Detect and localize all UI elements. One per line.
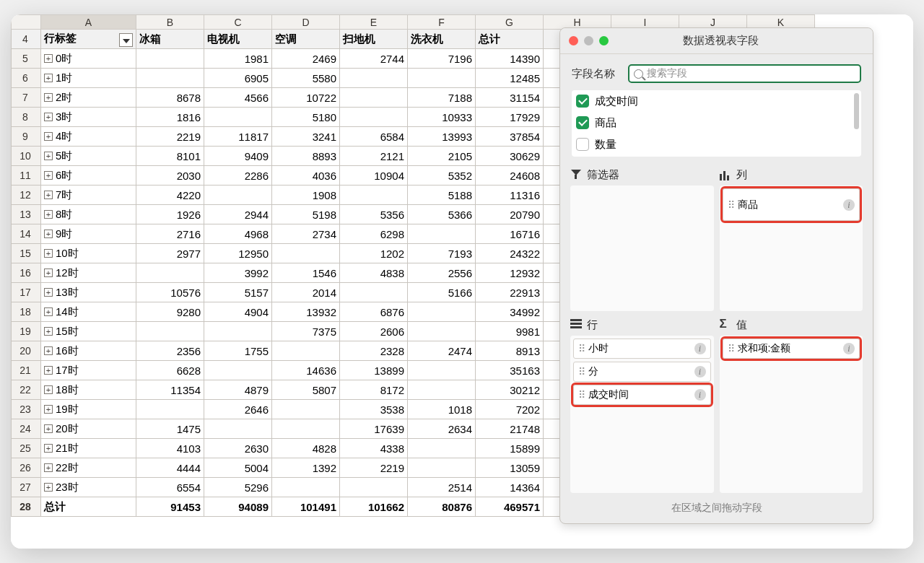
cell[interactable]: 5366: [408, 205, 476, 224]
row-number[interactable]: 12: [12, 186, 41, 205]
cell[interactable]: 2105: [408, 147, 476, 166]
row-number[interactable]: 6: [12, 69, 41, 88]
cell[interactable]: 2744: [340, 49, 408, 69]
value-field-chip[interactable]: ⠿求和项:金额i: [723, 339, 860, 359]
cell[interactable]: 8172: [340, 380, 408, 400]
column-label[interactable]: 冰箱: [136, 30, 204, 49]
info-icon[interactable]: i: [694, 343, 706, 354]
row-number[interactable]: 4: [12, 30, 41, 49]
cell[interactable]: 22913: [476, 283, 544, 302]
field-item[interactable]: 商品: [572, 112, 861, 134]
cell[interactable]: 17929: [476, 108, 544, 127]
row-label[interactable]: +21时: [41, 439, 136, 458]
cell[interactable]: 6584: [340, 127, 408, 147]
cell[interactable]: 2030: [136, 166, 204, 186]
row-label[interactable]: +6时: [41, 166, 136, 186]
cell[interactable]: 2944: [204, 205, 272, 224]
cell[interactable]: [340, 69, 408, 88]
cell[interactable]: 37854: [476, 127, 544, 147]
cell[interactable]: 5807: [272, 380, 340, 400]
cell[interactable]: 1475: [136, 419, 204, 439]
cell[interactable]: 3992: [204, 263, 272, 283]
cell[interactable]: [272, 400, 340, 419]
row-label[interactable]: +5时: [41, 147, 136, 166]
cell[interactable]: 10904: [340, 166, 408, 186]
expand-icon[interactable]: +: [44, 307, 53, 316]
checkbox-icon[interactable]: [576, 116, 589, 129]
cell[interactable]: 4566: [204, 88, 272, 108]
cell[interactable]: [408, 224, 476, 244]
field-item[interactable]: 成交时间: [572, 90, 861, 112]
cell[interactable]: 80876: [408, 497, 476, 517]
cell[interactable]: 7193: [408, 244, 476, 263]
cell[interactable]: [408, 69, 476, 88]
expand-icon[interactable]: +: [44, 152, 53, 160]
cell[interactable]: [408, 439, 476, 458]
row-label[interactable]: +4时: [41, 127, 136, 147]
row-label[interactable]: +13时: [41, 283, 136, 302]
row-label[interactable]: +23时: [41, 478, 136, 497]
cell[interactable]: [408, 302, 476, 322]
cell[interactable]: 2219: [340, 458, 408, 478]
cell[interactable]: 7188: [408, 88, 476, 108]
cell[interactable]: 1908: [272, 186, 340, 205]
cell[interactable]: 5188: [408, 186, 476, 205]
info-icon[interactable]: i: [843, 199, 855, 211]
row-number[interactable]: 26: [12, 458, 41, 478]
cell[interactable]: 24322: [476, 244, 544, 263]
cell[interactable]: 91453: [136, 497, 204, 517]
cell[interactable]: 21748: [476, 419, 544, 439]
cell[interactable]: 5157: [204, 283, 272, 302]
expand-icon[interactable]: +: [44, 366, 53, 375]
row-number[interactable]: 28: [12, 497, 41, 517]
row-number[interactable]: 7: [12, 88, 41, 108]
cell[interactable]: 2556: [408, 263, 476, 283]
cell[interactable]: 4220: [136, 186, 204, 205]
cell[interactable]: [136, 322, 204, 341]
row-labels-header[interactable]: 行标签: [41, 30, 136, 49]
cell[interactable]: 6876: [340, 302, 408, 322]
cell[interactable]: 10576: [136, 283, 204, 302]
column-header[interactable]: E: [340, 15, 408, 30]
row-label[interactable]: +14时: [41, 302, 136, 322]
expand-icon[interactable]: +: [44, 171, 53, 180]
cell[interactable]: [136, 400, 204, 419]
cell[interactable]: 4968: [204, 224, 272, 244]
cell[interactable]: 6905: [204, 69, 272, 88]
cell[interactable]: [204, 322, 272, 341]
expand-icon[interactable]: +: [44, 483, 53, 492]
row-label[interactable]: +10时: [41, 244, 136, 263]
cell[interactable]: [204, 361, 272, 380]
cell[interactable]: 5356: [340, 205, 408, 224]
cell[interactable]: 2734: [272, 224, 340, 244]
cell[interactable]: 1755: [204, 341, 272, 361]
cell[interactable]: [408, 361, 476, 380]
column-label[interactable]: 空调: [272, 30, 340, 49]
row-label[interactable]: +9时: [41, 224, 136, 244]
row-field-chip[interactable]: ⠿分i: [573, 362, 711, 382]
filters-area[interactable]: 筛选器: [570, 167, 714, 311]
expand-icon[interactable]: +: [44, 444, 53, 453]
cell[interactable]: 34992: [476, 302, 544, 322]
expand-icon[interactable]: +: [44, 463, 53, 472]
cell[interactable]: 2014: [272, 283, 340, 302]
row-label[interactable]: +15时: [41, 322, 136, 341]
cell[interactable]: [136, 69, 204, 88]
values-area[interactable]: Σ值 ⠿求和项:金额i: [720, 317, 863, 493]
cell[interactable]: [408, 458, 476, 478]
column-field-chip[interactable]: ⠿ 商品 i: [723, 188, 860, 221]
row-number[interactable]: 23: [12, 400, 41, 419]
cell[interactable]: 2219: [136, 127, 204, 147]
checkbox-icon[interactable]: [576, 138, 589, 151]
cell[interactable]: [340, 108, 408, 127]
cell[interactable]: 4828: [272, 439, 340, 458]
expand-icon[interactable]: +: [44, 54, 53, 63]
column-label[interactable]: 洗衣机: [408, 30, 476, 49]
cell[interactable]: 4103: [136, 439, 204, 458]
select-all-cell[interactable]: [12, 15, 41, 30]
cell[interactable]: [272, 341, 340, 361]
cell[interactable]: 35163: [476, 361, 544, 380]
expand-icon[interactable]: +: [44, 210, 53, 219]
row-number[interactable]: 18: [12, 302, 41, 322]
cell[interactable]: [340, 186, 408, 205]
